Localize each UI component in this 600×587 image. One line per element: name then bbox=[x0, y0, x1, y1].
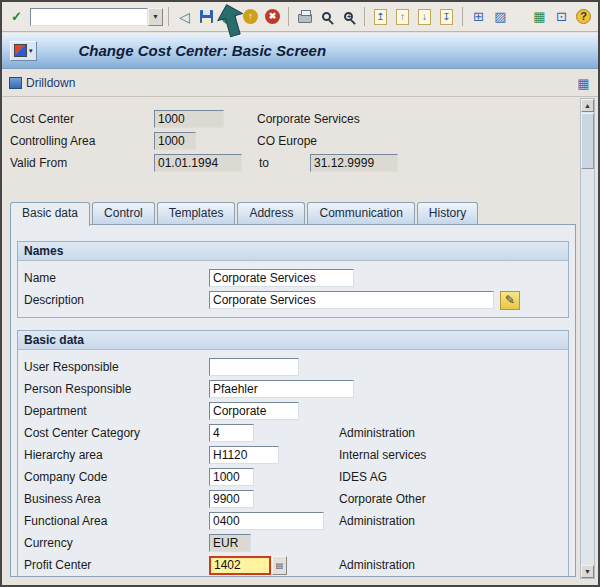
user-responsible-row: User Responsible bbox=[24, 356, 562, 378]
enter-check-icon: ✓ bbox=[11, 9, 22, 24]
department-label: Department bbox=[24, 404, 209, 418]
user-responsible-label: User Responsible bbox=[24, 360, 209, 374]
basic-data-group-title: Basic data bbox=[18, 331, 568, 350]
system-menu-button[interactable]: ▾ bbox=[10, 41, 37, 61]
toolbar-separator bbox=[462, 7, 463, 26]
print-button[interactable] bbox=[294, 6, 315, 28]
value-help-icon: ▤ bbox=[276, 561, 284, 570]
enter-button[interactable]: ✓ bbox=[6, 6, 27, 28]
printer-icon bbox=[298, 14, 312, 23]
profit-center-value-help-button[interactable]: ▤ bbox=[272, 556, 287, 575]
name-row: Name bbox=[24, 267, 562, 289]
person-responsible-field[interactable] bbox=[209, 380, 354, 398]
last-page-icon: ↧ bbox=[440, 9, 453, 25]
profit-center-label: Profit Center bbox=[24, 558, 209, 572]
person-responsible-label: Person Responsible bbox=[24, 382, 209, 396]
new-window-button[interactable]: ⊡ bbox=[551, 6, 572, 28]
cost-center-field[interactable] bbox=[154, 110, 224, 128]
names-group: Names Name Description ✎ bbox=[17, 241, 569, 318]
profit-center-desc: Administration bbox=[339, 558, 415, 572]
drilldown-label: Drilldown bbox=[26, 76, 75, 90]
edit-description-button[interactable]: ✎ bbox=[500, 291, 520, 310]
previous-page-button[interactable]: ↑ bbox=[392, 6, 413, 28]
profit-center-row: Profit Center ▤ Administration bbox=[24, 554, 562, 576]
functional-area-row: Functional Area Administration bbox=[24, 510, 562, 532]
name-field[interactable] bbox=[209, 269, 354, 287]
drilldown-button[interactable]: Drilldown bbox=[8, 75, 76, 91]
cost-center-text: Corporate Services bbox=[257, 112, 360, 126]
scroll-up-button[interactable]: ▲ bbox=[581, 99, 594, 112]
find-icon bbox=[322, 12, 331, 21]
layout-config-button[interactable]: ▦ bbox=[573, 73, 594, 93]
tab-control[interactable]: Control bbox=[92, 202, 155, 224]
basic-data-panel: Names Name Description ✎ Basic data User… bbox=[10, 224, 576, 577]
toolbar-right-group: ▦ ⊡ ? bbox=[529, 6, 594, 28]
tab-strip: Basic data Control Templates Address Com… bbox=[10, 202, 576, 224]
system-toolbar: ✓ ▼ ◁ ← ↑ ✖ + ↥ ↑ ↓ ↧ ⊞ ▨ ▦ ⊡ ? bbox=[2, 2, 598, 32]
currency-label: Currency bbox=[24, 536, 209, 550]
first-page-button[interactable]: ↥ bbox=[370, 6, 391, 28]
toolbar-separator bbox=[288, 7, 289, 26]
valid-from-row: Valid From to bbox=[2, 152, 576, 174]
cost-center-category-field[interactable] bbox=[209, 424, 254, 442]
functional-area-label: Functional Area bbox=[24, 514, 209, 528]
cost-center-category-desc: Administration bbox=[339, 426, 415, 440]
toolbar-separator bbox=[364, 7, 365, 26]
vertical-scrollbar[interactable]: ▲ ▼ bbox=[580, 98, 595, 579]
help-button[interactable]: ? bbox=[573, 6, 594, 28]
application-toolbar: Drilldown ▦ bbox=[2, 70, 598, 97]
next-page-button[interactable]: ↓ bbox=[414, 6, 435, 28]
back-triangle-button[interactable]: ◁ bbox=[174, 6, 195, 28]
hierarchy-area-label: Hierarchy area bbox=[24, 448, 209, 462]
layout-config-icon: ▦ bbox=[577, 76, 589, 91]
command-dropdown-button[interactable]: ▼ bbox=[148, 8, 163, 26]
hierarchy-area-desc: Internal services bbox=[339, 448, 426, 462]
tab-basic-data[interactable]: Basic data bbox=[10, 202, 90, 226]
person-responsible-row: Person Responsible bbox=[24, 378, 562, 400]
system-menu-arrow-icon: ▾ bbox=[29, 47, 33, 55]
controlling-area-field[interactable] bbox=[154, 132, 196, 150]
command-input[interactable] bbox=[30, 8, 148, 26]
company-code-row: Company Code IDES AG bbox=[24, 466, 562, 488]
find-next-icon: + bbox=[344, 12, 353, 21]
page-title: Change Cost Center: Basic Screen bbox=[79, 42, 327, 59]
create-shortcut-button[interactable]: ▨ bbox=[490, 6, 511, 28]
currency-field[interactable] bbox=[209, 534, 251, 552]
help-icon: ? bbox=[576, 9, 591, 24]
customize-layout-button[interactable]: ▦ bbox=[529, 6, 550, 28]
description-field[interactable] bbox=[209, 291, 494, 309]
title-bar: ▾ Change Cost Center: Basic Screen bbox=[2, 33, 598, 69]
functional-area-field[interactable] bbox=[209, 512, 324, 530]
new-session-button[interactable]: ⊞ bbox=[468, 6, 489, 28]
last-page-button[interactable]: ↧ bbox=[436, 6, 457, 28]
header-area: Cost Center Corporate Services Controlli… bbox=[2, 98, 576, 198]
business-area-field[interactable] bbox=[209, 490, 254, 508]
toolbar-separator bbox=[168, 7, 169, 26]
find-button[interactable] bbox=[316, 6, 337, 28]
valid-from-field[interactable] bbox=[154, 154, 242, 172]
next-page-icon: ↓ bbox=[418, 9, 431, 25]
tab-templates[interactable]: Templates bbox=[157, 202, 236, 224]
first-page-icon: ↥ bbox=[374, 9, 387, 25]
valid-to-field[interactable] bbox=[310, 154, 398, 172]
cost-center-category-label: Cost Center Category bbox=[24, 426, 209, 440]
department-field[interactable] bbox=[209, 402, 299, 420]
functional-area-desc: Administration bbox=[339, 514, 415, 528]
scrollbar-thumb[interactable] bbox=[581, 113, 594, 169]
user-responsible-field[interactable] bbox=[209, 358, 299, 376]
profit-center-field[interactable] bbox=[209, 556, 271, 575]
tab-address[interactable]: Address bbox=[237, 202, 305, 224]
drilldown-icon bbox=[9, 77, 22, 89]
tab-communication[interactable]: Communication bbox=[307, 202, 414, 224]
company-code-field[interactable] bbox=[209, 468, 254, 486]
command-field-wrap: ▼ bbox=[30, 8, 163, 26]
customize-grid-icon: ▦ bbox=[533, 9, 545, 24]
hierarchy-area-field[interactable] bbox=[209, 446, 279, 464]
create-shortcut-icon: ▨ bbox=[494, 9, 506, 24]
scroll-down-button[interactable]: ▼ bbox=[581, 565, 594, 578]
description-label: Description bbox=[24, 293, 209, 307]
business-area-row: Business Area Corporate Other bbox=[24, 488, 562, 510]
find-next-button[interactable]: + bbox=[338, 6, 359, 28]
tab-history[interactable]: History bbox=[417, 202, 478, 224]
cancel-button[interactable]: ✖ bbox=[262, 6, 283, 28]
